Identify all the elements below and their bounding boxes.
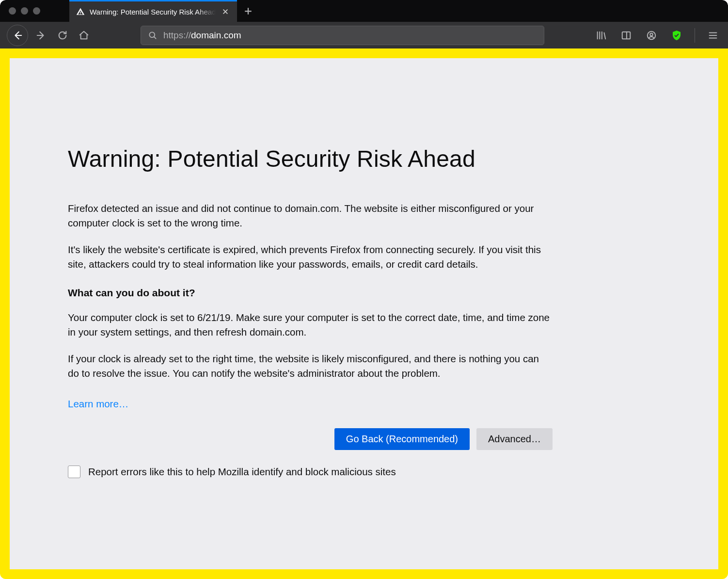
back-button[interactable] [7,25,28,46]
advice-paragraph-1: Your computer clock is set to 6/21/19. M… [68,310,553,339]
learn-more-link[interactable]: Learn more… [68,398,128,410]
svg-point-3 [650,33,653,36]
titlebar: Warning: Potential Security Risk Ahead [0,0,728,22]
window-close-button[interactable] [9,7,16,15]
toolbar-separator [695,28,695,43]
report-errors-label: Report errors like this to help Mozilla … [88,466,396,478]
library-button[interactable] [593,27,609,44]
warning-paragraph-2: It's likely the website's certificate is… [68,242,553,271]
account-button[interactable] [643,27,660,44]
url-bar[interactable]: https://domain.com [141,26,544,45]
navigation-toolbar: https://domain.com [0,22,728,48]
warning-paragraph-1: Firefox detected an issue and did not co… [68,201,553,230]
toolbar-actions [593,27,721,44]
page-heading: Warning: Potential Security Risk Ahead [68,145,660,172]
url-scheme: https:// [163,30,191,40]
tab-strip: Warning: Potential Security Risk Ahead [69,0,259,22]
report-errors-checkbox[interactable] [68,466,80,478]
browser-tab-active[interactable]: Warning: Potential Security Risk Ahead [69,0,237,22]
window-controls [0,7,40,15]
window-zoom-button[interactable] [33,7,40,15]
window-minimize-button[interactable] [21,7,28,15]
protections-shield-icon[interactable] [668,27,685,44]
url-host: domain.com [191,30,241,40]
advice-paragraph-2: If your clock is already set to the righ… [68,352,553,380]
subheading: What can you do about it? [68,287,660,299]
tab-close-button[interactable] [221,7,230,16]
url-text: https://domain.com [163,30,241,41]
go-back-button[interactable]: Go Back (Recommended) [334,428,470,450]
content-viewport: Warning: Potential Security Risk Ahead F… [0,48,728,579]
app-menu-button[interactable] [705,27,721,44]
security-warning-page: Warning: Potential Security Risk Ahead F… [10,58,718,569]
warning-triangle-icon [76,7,85,16]
sidebar-button[interactable] [618,27,634,44]
advanced-button[interactable]: Advanced… [476,428,553,450]
reload-button[interactable] [54,27,71,44]
button-row: Go Back (Recommended) Advanced… [68,428,553,450]
tab-title: Warning: Potential Security Risk Ahead [90,8,216,16]
report-errors-row: Report errors like this to help Mozilla … [68,466,660,478]
new-tab-button[interactable] [237,0,259,22]
home-button[interactable] [76,27,92,44]
search-icon [148,31,158,40]
forward-button[interactable] [33,27,49,44]
